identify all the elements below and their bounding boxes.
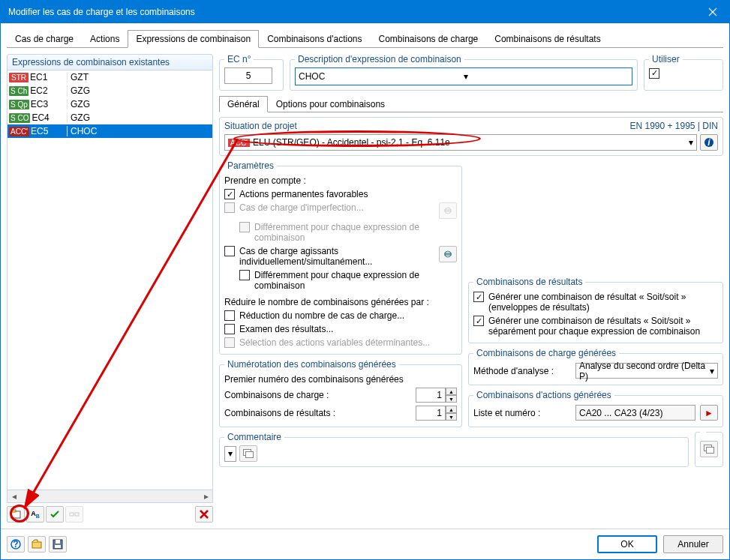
subtab-options[interactable]: Options pour combinaisons — [268, 96, 393, 112]
chevron-down-icon[interactable]: ▾ — [464, 71, 629, 82]
situation-group: Situation de projet EN 1990 + 1995 | DIN… — [219, 117, 723, 156]
chevron-down-icon[interactable]: ▾ — [689, 137, 693, 148]
checkbox-agissants[interactable] — [224, 246, 235, 256]
tab-comb-resultats[interactable]: Combinaisons de résultats — [486, 30, 608, 48]
use-group: Utiliser — [644, 54, 723, 91]
ec-badge: S Ch — [9, 86, 29, 96]
parameters-group: Paramètres Prendre en compte : Actions p… — [219, 160, 462, 355]
tab-comb-actions[interactable]: Combinaisons d'actions — [259, 30, 370, 48]
sub-tabs: Général Options pour combinaisons — [219, 95, 723, 112]
checkbox-select-var — [224, 337, 235, 348]
ec-badge: S CO — [9, 113, 30, 123]
spinner-load-comb[interactable]: ▲▼ — [416, 388, 457, 403]
checkbox-imperfection — [224, 202, 235, 213]
ec-row[interactable]: S COEC4 GZG — [8, 111, 212, 124]
spinner-result-comb[interactable]: ▲▼ — [416, 406, 457, 421]
link-button — [65, 506, 83, 523]
main-tabs: Cas de charge Actions Expressions de com… — [7, 29, 723, 48]
svg-rect-1 — [11, 510, 16, 512]
svg-rect-14 — [56, 540, 60, 544]
ec-list[interactable]: STREC1 GZT S ChEC2 GZG S QpEC3 GZG S COE… — [7, 70, 213, 490]
checkbox-gen-sep[interactable] — [473, 316, 484, 326]
scroll-left-icon[interactable]: ◂ — [8, 491, 20, 502]
checkbox-gen-env[interactable] — [473, 292, 484, 302]
cancel-button[interactable]: Annuler — [663, 535, 723, 553]
ec-list-title: Expressions de combinaison existantes — [7, 54, 213, 70]
delete-button[interactable] — [195, 506, 213, 523]
checkbox-perm-fav[interactable] — [224, 189, 235, 199]
settings-group — [695, 432, 723, 467]
open-button[interactable] — [28, 536, 46, 553]
sort-button[interactable]: AB — [26, 506, 44, 523]
description-group: Description d'expression de combinaison … — [290, 54, 638, 91]
svg-rect-12 — [32, 542, 41, 548]
svg-rect-2 — [70, 513, 74, 516]
stack-icon — [704, 445, 714, 454]
ec-row[interactable]: ACC'EC5 CHOC — [8, 124, 212, 138]
svg-rect-15 — [55, 545, 61, 548]
comment-group: Commentaire ▾ — [219, 432, 689, 467]
ec-number-group: EC n° — [219, 54, 284, 91]
situation-select[interactable]: ACC' ELU (STR/GEO) - Accidentel - psi-2,… — [224, 134, 697, 151]
spinner-down-icon[interactable]: ▼ — [446, 413, 457, 421]
situation-badge: ACC' — [228, 139, 250, 147]
subtab-general[interactable]: Général — [219, 96, 268, 112]
ec-row[interactable]: S ChEC2 GZG — [8, 84, 212, 97]
spinner-up-icon[interactable]: ▲ — [446, 406, 457, 413]
new-button[interactable] — [7, 506, 25, 523]
gear-button[interactable] — [439, 246, 457, 262]
help-button[interactable]: ? — [7, 536, 25, 553]
tab-comb-charge[interactable]: Combinaisons de charge — [371, 30, 487, 48]
stack-icon — [243, 449, 254, 458]
ec-badge: S Qp — [9, 100, 29, 109]
situation-label: Situation de projet — [224, 121, 297, 131]
gear-button — [439, 202, 457, 219]
comment-library-button[interactable] — [239, 445, 257, 462]
load-comb-group: Combinaisons de charge générées Méthode … — [468, 348, 723, 385]
svg-rect-3 — [75, 513, 79, 516]
window-title: Modifier les cas de charge et les combin… — [8, 7, 195, 17]
checkbox-diff2[interactable] — [239, 270, 250, 280]
info-button[interactable]: i — [700, 134, 718, 151]
goto-button[interactable]: ► — [700, 405, 718, 421]
checkbox-examine[interactable] — [224, 324, 235, 334]
norm-label: EN 1990 + 1995 | DIN — [297, 121, 718, 131]
chevron-down-icon[interactable]: ▾ — [228, 448, 233, 459]
use-checkbox[interactable] — [649, 68, 659, 79]
spinner-up-icon[interactable]: ▲ — [446, 388, 457, 395]
h-scrollbar[interactable]: ◂ ▸ — [7, 490, 213, 503]
ec-number-input[interactable] — [224, 67, 272, 84]
spinner-down-icon[interactable]: ▼ — [446, 395, 457, 403]
description-combo[interactable]: CHOC ▾ — [295, 67, 632, 85]
ec-badge: ACC' — [9, 127, 29, 136]
action-comb-group: Combinaisons d'actions générées Liste et… — [468, 390, 723, 427]
ec-badge: STR — [9, 73, 29, 82]
settings-button[interactable] — [700, 441, 718, 457]
ec-row[interactable]: STREC1 GZT — [8, 70, 212, 84]
close-button[interactable] — [695, 1, 729, 23]
chevron-down-icon[interactable]: ▾ — [710, 366, 714, 376]
scroll-right-icon[interactable]: ▸ — [200, 491, 212, 502]
check-button[interactable] — [46, 506, 64, 523]
svg-text:?: ? — [13, 539, 18, 550]
tab-expressions[interactable]: Expressions de combinaison — [128, 30, 259, 48]
titlebar: Modifier les cas de charge et les combin… — [1, 1, 729, 23]
numbering-group: Numérotation des combinaisons générées P… — [219, 359, 462, 427]
ec-row[interactable]: S QpEC3 GZG — [8, 97, 212, 111]
comment-combo[interactable]: ▾ — [224, 446, 236, 462]
result-comb-group: Combinaisons de résultats Générer une co… — [468, 277, 723, 343]
ok-button[interactable]: OK — [597, 535, 657, 553]
list-display: CA20 ... CA23 (4/23) — [575, 405, 695, 421]
save-button[interactable] — [49, 536, 67, 553]
method-select[interactable]: Analyse du second ordre (Delta P) ▾ — [575, 363, 718, 379]
checkbox-diff1 — [239, 222, 250, 232]
tab-actions[interactable]: Actions — [82, 30, 128, 48]
tab-cas-de-charge[interactable]: Cas de charge — [7, 30, 82, 48]
checkbox-reduce-cases[interactable] — [224, 310, 235, 321]
